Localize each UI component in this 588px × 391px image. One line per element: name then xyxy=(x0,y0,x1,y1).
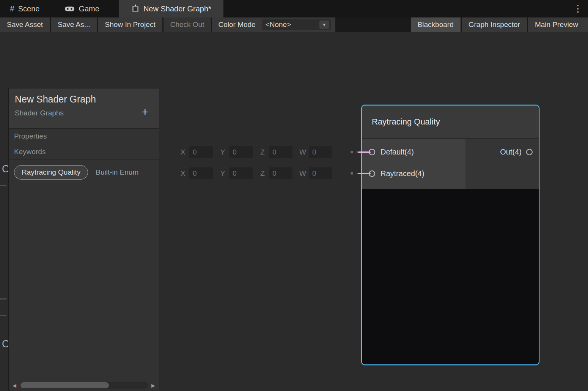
field-label: W xyxy=(299,169,305,178)
save-asset-button[interactable]: Save Asset xyxy=(0,17,50,32)
clipped-node-fragment xyxy=(0,298,6,300)
section-label: Keywords xyxy=(14,148,46,156)
field-label: X xyxy=(180,148,186,156)
color-mode-control: Color Mode <None> ▼ xyxy=(212,17,335,32)
input-port-raytraced[interactable]: Raytraced(4) xyxy=(362,163,465,184)
keyword-row: Raytracing Quality Built-in Enum xyxy=(9,165,159,180)
node-output-section: Out(4) xyxy=(465,139,539,189)
tab-shader-graph[interactable]: New Shader Graph* xyxy=(119,0,223,17)
vector-field-w: W 0 xyxy=(299,146,332,158)
main-preview-toggle-button[interactable]: Main Preview xyxy=(528,17,588,32)
node-header[interactable]: Raytracing Quality xyxy=(362,106,539,139)
add-property-button[interactable]: + xyxy=(141,106,148,118)
section-keywords[interactable]: Keywords xyxy=(9,144,159,160)
blackboard-header: New Shader Graph Shader Graphs + xyxy=(9,88,159,129)
vector-field-y: Y 0 xyxy=(220,146,253,158)
scrollbar-thumb[interactable] xyxy=(20,382,109,388)
shader-graph-asset-icon xyxy=(131,4,140,13)
input-port-label: Default(4) xyxy=(380,148,414,156)
vector-field-z: Z 0 xyxy=(259,167,292,179)
section-properties[interactable]: Properties xyxy=(9,129,159,144)
field-label: Y xyxy=(220,169,226,178)
check-out-button: Check Out xyxy=(164,17,211,32)
output-port-label: Out(4) xyxy=(500,148,522,156)
field-input[interactable]: 0 xyxy=(229,167,253,179)
show-in-project-button[interactable]: Show In Project xyxy=(98,17,162,32)
tab-game-label: Game xyxy=(79,5,99,13)
port-dot xyxy=(351,151,353,153)
field-label: Z xyxy=(259,148,266,156)
scrollbar-track[interactable] xyxy=(20,382,148,389)
scroll-right-icon[interactable]: ▶ xyxy=(149,383,157,388)
field-input[interactable]: 0 xyxy=(189,146,213,158)
field-input[interactable]: 0 xyxy=(309,167,332,179)
node-ports: Default(4) Raytraced(4) Out(4) xyxy=(362,139,539,189)
vector4-default-row: X 0 Y 0 Z 0 W 0 xyxy=(180,146,362,158)
more-menu-icon[interactable]: ⋮ xyxy=(573,3,583,14)
node-raytracing-quality[interactable]: Raytracing Quality Default(4) Raytraced(… xyxy=(361,105,539,365)
edge xyxy=(358,173,371,174)
color-mode-value: <None> xyxy=(266,20,291,29)
vector-field-y: Y 0 xyxy=(220,167,253,179)
port-dot xyxy=(351,172,353,175)
vector-field-x: X 0 xyxy=(180,146,213,158)
section-label: Properties xyxy=(14,132,47,140)
tab-scene[interactable]: # Scene xyxy=(0,0,49,17)
field-label: X xyxy=(180,169,186,178)
input-port-default[interactable]: Default(4) xyxy=(362,141,465,163)
shader-graph-window: # Scene Game New Shader Graph* ⋮ Save As… xyxy=(0,0,588,391)
node-title: Raytracing Quality xyxy=(372,117,440,127)
scroll-left-icon[interactable]: ◀ xyxy=(11,383,18,388)
color-mode-label: Color Mode xyxy=(218,20,255,29)
blackboard-panel: New Shader Graph Shader Graphs + Propert… xyxy=(8,88,159,391)
node-input-section: Default(4) Raytraced(4) xyxy=(362,139,465,189)
blackboard-subrow: Shader Graphs + xyxy=(15,109,152,118)
field-input[interactable]: 0 xyxy=(229,146,253,158)
field-input[interactable]: 0 xyxy=(189,167,213,179)
tab-shader-graph-label: New Shader Graph* xyxy=(143,5,211,13)
clipped-node-fragment xyxy=(0,315,6,316)
tab-bar: # Scene Game New Shader Graph* ⋮ xyxy=(0,0,588,17)
port-circle-icon[interactable] xyxy=(526,149,533,155)
color-mode-dropdown[interactable]: <None> ▼ xyxy=(262,19,331,30)
clipped-node-fragment xyxy=(0,185,6,186)
tab-game[interactable]: Game xyxy=(55,0,109,17)
dropdown-arrow-box: ▼ xyxy=(319,20,329,29)
blackboard-toggle-button[interactable]: Blackboard xyxy=(411,17,461,32)
vector4-default-row: X 0 Y 0 Z 0 W 0 xyxy=(180,167,362,179)
field-label: W xyxy=(299,148,305,156)
field-input[interactable]: 0 xyxy=(269,146,292,158)
keyword-type-label: Built-in Enum xyxy=(96,168,138,177)
blackboard-subtitle: Shader Graphs xyxy=(15,109,64,117)
vector-field-w: W 0 xyxy=(299,167,332,179)
tab-scene-label: Scene xyxy=(18,5,40,13)
edge xyxy=(358,151,371,153)
blackboard-title: New Shader Graph xyxy=(15,94,152,105)
graph-toolbar: Save Asset Save As... Show In Project Ch… xyxy=(0,17,588,32)
scene-grid-icon: # xyxy=(10,4,14,13)
field-input[interactable]: 0 xyxy=(309,146,332,158)
output-port-out[interactable]: Out(4) xyxy=(465,141,539,163)
vector-field-x: X 0 xyxy=(180,167,213,179)
field-label: Z xyxy=(259,169,266,178)
toolbar-spacer xyxy=(336,17,410,32)
input-port-label: Raytraced(4) xyxy=(380,169,424,178)
vector-field-z: Z 0 xyxy=(259,146,292,158)
graph-inspector-toggle-button[interactable]: Graph Inspector xyxy=(462,17,527,32)
horizontal-scrollbar: ◀ ▶ xyxy=(11,381,157,389)
save-as-button[interactable]: Save As... xyxy=(51,17,97,32)
field-label: Y xyxy=(220,148,226,156)
chevron-down-icon: ▼ xyxy=(322,22,326,27)
keyword-pill[interactable]: Raytracing Quality xyxy=(14,165,88,180)
gamepad-icon xyxy=(64,6,75,12)
node-preview xyxy=(362,189,539,364)
field-input[interactable]: 0 xyxy=(269,167,292,179)
